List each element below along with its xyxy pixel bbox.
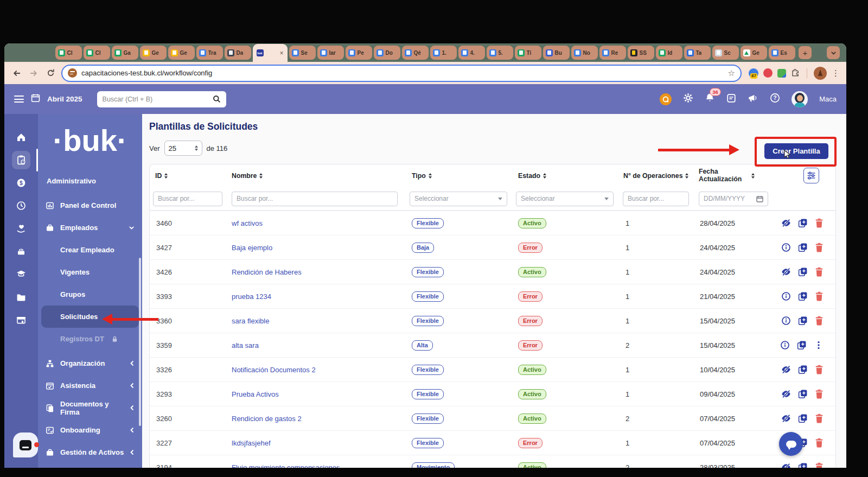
browser-tab[interactable]: Da <box>225 46 251 60</box>
duplicate-icon[interactable] <box>798 218 808 228</box>
duplicate-icon[interactable] <box>798 414 808 423</box>
rail-item-benefits[interactable] <box>12 219 30 238</box>
sidebar-item-documentos-y-firma[interactable]: Documentos y Firma <box>38 397 142 419</box>
visibility-off-icon[interactable] <box>781 267 791 277</box>
template-name-link[interactable]: prueba 1234 <box>226 292 406 301</box>
filter-estado-select[interactable]: Seleccionar <box>516 192 614 206</box>
period-selector[interactable]: Abril 2025 <box>47 95 82 103</box>
reload-button[interactable] <box>44 67 56 79</box>
duplicate-icon[interactable] <box>798 267 808 277</box>
delete-icon[interactable] <box>815 291 824 301</box>
browser-profile-avatar[interactable] <box>814 67 827 80</box>
browser-tab[interactable]: Ti <box>515 46 541 60</box>
filter-fecha-input[interactable]: DD/MM/YYYY <box>699 192 768 206</box>
filter-operaciones-input[interactable]: Buscar por... <box>623 192 689 206</box>
browser-tab[interactable]: Sc <box>712 46 739 60</box>
sidebar-item-empleados[interactable]: Empleados <box>38 217 142 239</box>
page-size-select[interactable]: 25 <box>164 141 202 156</box>
rail-item-history[interactable] <box>12 196 30 215</box>
new-tab-button[interactable]: + <box>799 46 812 59</box>
filter-tipo-select[interactable]: Seleccionar <box>410 192 507 206</box>
help-icon[interactable]: ? <box>770 93 780 105</box>
delete-icon[interactable] <box>815 438 824 448</box>
sidebar-item-grupos[interactable]: Grupos <box>38 283 142 306</box>
browser-tab[interactable]: Qé <box>402 46 429 60</box>
rail-item-marketplace[interactable] <box>12 310 30 329</box>
browser-tab[interactable]: Ga <box>112 46 138 60</box>
browser-tab[interactable]: Es <box>769 46 795 60</box>
sidebar-item-gesti-n-de-activos[interactable]: Gestión de Activos <box>38 441 142 463</box>
template-name-link[interactable]: lkdsjfasjehef <box>226 439 406 447</box>
browser-tab[interactable]: Ge <box>741 46 767 60</box>
tab-close-icon[interactable]: × <box>279 50 283 56</box>
sort-icon[interactable] <box>543 173 546 179</box>
sidebar-item-solicitudes[interactable]: Solicitudes <box>41 306 139 328</box>
browser-tab[interactable]: lar <box>317 46 344 60</box>
browser-tab[interactable]: No <box>571 46 598 60</box>
filter-nombre-input[interactable]: Buscar por... <box>232 192 398 206</box>
delete-icon[interactable] <box>815 267 824 277</box>
delete-icon[interactable] <box>815 389 824 399</box>
browser-tab[interactable]: 5. <box>487 46 513 60</box>
sidebar-item-vigentes[interactable]: Vigentes <box>38 261 142 283</box>
rail-item-payments[interactable]: $ <box>12 174 30 192</box>
user-avatar[interactable] <box>792 91 808 107</box>
rail-item-celebrations[interactable] <box>12 242 30 260</box>
browser-tab[interactable]: 4. <box>458 46 485 60</box>
delete-icon[interactable] <box>815 316 824 326</box>
info-icon[interactable] <box>781 316 791 326</box>
delete-icon[interactable] <box>815 462 824 468</box>
browser-tab[interactable]: Cl <box>55 46 82 60</box>
kebab-icon[interactable] <box>814 340 824 350</box>
template-name-link[interactable]: alta sara <box>226 341 406 349</box>
duplicate-icon[interactable] <box>798 462 808 468</box>
browser-tab[interactable]: Se <box>289 46 316 60</box>
visibility-off-icon[interactable] <box>781 365 791 374</box>
rail-item-home[interactable] <box>12 128 30 147</box>
chat-fab-button[interactable] <box>779 432 803 456</box>
column-header-nombre[interactable]: Nombre <box>226 172 406 180</box>
browser-tab[interactable]: Re <box>599 46 626 60</box>
visibility-off-icon[interactable] <box>781 414 791 423</box>
browser-menu-icon[interactable]: ⋮ <box>832 68 840 78</box>
column-header-estado[interactable]: Estado <box>513 172 618 180</box>
duplicate-icon[interactable] <box>798 316 808 326</box>
puzzle-extensions-icon[interactable] <box>791 67 800 79</box>
template-name-link[interactable]: Rendición de Haberes <box>226 268 406 276</box>
sidebar-item-crear-empleado[interactable]: Crear Empleado <box>38 239 142 261</box>
duplicate-icon[interactable] <box>797 340 807 350</box>
announcements-megaphone-icon[interactable] <box>748 93 758 105</box>
column-header-fecha-actualizaci-n[interactable]: Fecha Actualización <box>693 168 774 183</box>
browser-tab[interactable]: Ta <box>684 46 711 60</box>
info-icon[interactable] <box>780 340 790 350</box>
column-header-n-de-operaciones[interactable]: N° de Operaciones <box>618 172 693 180</box>
red-extension-icon[interactable] <box>763 68 773 78</box>
browser-tab[interactable]: Ge <box>168 46 195 60</box>
notifications-bell-icon[interactable]: 36 <box>705 93 715 105</box>
sidebar-item-registros-dt[interactable]: Registros DT <box>38 328 142 350</box>
duplicate-icon[interactable] <box>798 291 808 301</box>
sidebar-item-asistencia[interactable]: Asistencia <box>38 374 142 397</box>
column-header-tipo[interactable]: Tipo <box>406 172 513 180</box>
column-header-id[interactable]: ID <box>150 172 226 180</box>
template-name-link[interactable]: Rendicion de gastos 2 <box>226 415 406 423</box>
template-name-link[interactable]: wf activos <box>226 219 406 227</box>
duplicate-icon[interactable] <box>798 365 808 374</box>
calendar-icon[interactable] <box>31 93 40 105</box>
delete-icon[interactable] <box>815 218 824 228</box>
info-icon[interactable] <box>781 243 791 252</box>
column-settings-button[interactable] <box>803 168 819 183</box>
browser-tab[interactable]: Tra <box>196 46 223 60</box>
rail-item-training[interactable] <box>12 265 30 283</box>
browser-tab[interactable]: SS <box>628 46 654 60</box>
tab-search-chevron-icon[interactable] <box>827 46 840 59</box>
active-tab-buk[interactable]: buk× <box>253 44 288 62</box>
forward-button[interactable] <box>28 67 40 79</box>
hamburger-menu-icon[interactable] <box>14 96 24 103</box>
browser-tab[interactable]: Bu <box>543 46 570 60</box>
duplicate-icon[interactable] <box>798 243 808 252</box>
bookmark-star-icon[interactable]: ☆ <box>728 68 735 78</box>
delete-icon[interactable] <box>815 414 824 423</box>
template-name-link[interactable]: Prueba Activos <box>226 390 406 398</box>
global-search-input[interactable]: Buscar (Ctrl + B) <box>97 91 226 107</box>
